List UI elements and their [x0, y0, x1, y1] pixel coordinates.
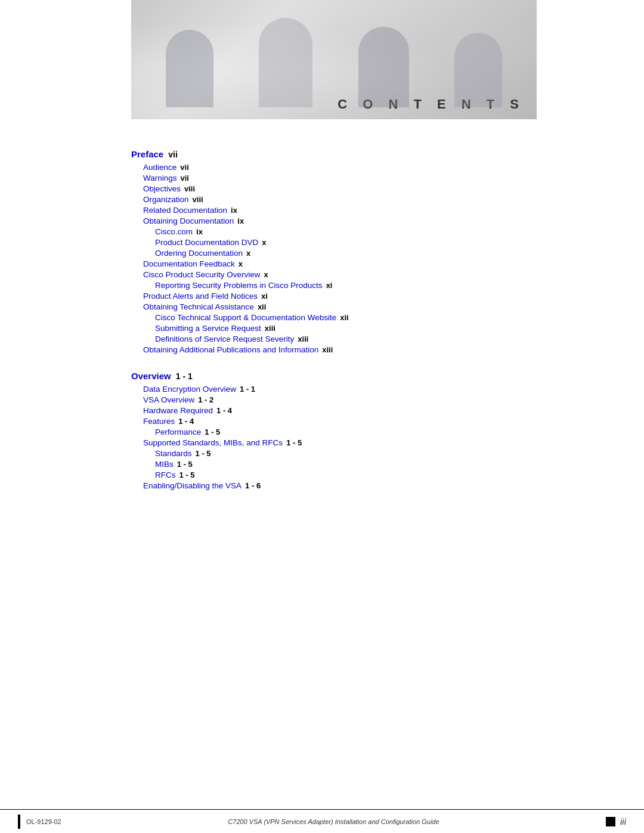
- toc-entry-cisco-com[interactable]: Cisco.com ix: [131, 227, 513, 236]
- entry-label: Related Documentation: [143, 206, 227, 215]
- entry-label: RFCs: [155, 470, 176, 479]
- footer-left: OL-9129-02: [18, 815, 61, 829]
- entry-page: xi: [261, 292, 268, 301]
- entry-page: xi: [326, 281, 333, 290]
- entry-label: Warnings: [143, 174, 177, 182]
- entry-label: Objectives: [143, 184, 181, 193]
- entry-label: Enabling/Disabling the VSA: [143, 481, 242, 490]
- entry-label: MIBs: [155, 460, 174, 469]
- entry-page: xii: [340, 313, 348, 322]
- toc-entry-cisco-security-overview[interactable]: Cisco Product Security Overview x: [131, 270, 513, 279]
- entry-label: Supported Standards, MIBs, and RFCs: [143, 438, 283, 447]
- entry-label: Product Alerts and Field Notices: [143, 292, 258, 301]
- footer-block-decoration: [606, 817, 615, 826]
- entry-page: 1 - 1: [240, 385, 255, 394]
- entry-page: 1 - 6: [245, 481, 261, 490]
- header-image: C O N T E N T S: [131, 0, 537, 119]
- entry-label: Cisco Product Security Overview: [143, 270, 261, 279]
- entry-page: ix: [196, 227, 203, 236]
- footer-title: C7200 VSA (VPN Services Adapter) Install…: [228, 818, 439, 825]
- toc-entry-obtaining-additional[interactable]: Obtaining Additional Publications and In…: [131, 345, 513, 354]
- toc-section-preface[interactable]: Preface vii: [131, 149, 513, 159]
- toc-entry-obtaining-documentation[interactable]: Obtaining Documentation ix: [131, 216, 513, 225]
- doc-number: OL-9129-02: [26, 818, 61, 825]
- entry-label: Ordering Documentation: [155, 249, 243, 258]
- toc-entry-ordering-documentation[interactable]: Ordering Documentation x: [131, 249, 513, 258]
- toc-entry-features[interactable]: Features 1 - 4: [131, 417, 513, 426]
- toc-entry-audience[interactable]: Audience vii: [131, 163, 513, 172]
- entry-page: vii: [181, 174, 189, 182]
- toc-entry-cisco-tech-support[interactable]: Cisco Technical Support & Documentation …: [131, 313, 513, 322]
- toc-entry-organization[interactable]: Organization viii: [131, 195, 513, 204]
- entry-label: Performance: [155, 428, 201, 436]
- entry-page: 1 - 4: [178, 417, 194, 426]
- toc-entry-product-dvd[interactable]: Product Documentation DVD x: [131, 238, 513, 247]
- toc-entry-vsa-overview[interactable]: VSA Overview 1 - 2: [131, 395, 513, 404]
- preface-label: Preface: [131, 149, 163, 159]
- toc-entry-data-encryption[interactable]: Data Encryption Overview 1 - 1: [131, 385, 513, 394]
- entry-label: VSA Overview: [143, 395, 194, 404]
- entry-label: Obtaining Additional Publications and In…: [143, 345, 318, 354]
- toc-entry-submitting-service[interactable]: Submitting a Service Request xiii: [131, 324, 513, 333]
- entry-page: 1 - 5: [205, 428, 220, 436]
- overview-page: 1 - 1: [176, 371, 193, 381]
- toc-entry-obtaining-technical[interactable]: Obtaining Technical Assistance xii: [131, 302, 513, 311]
- entry-page: 1 - 2: [198, 395, 213, 404]
- entry-label: Standards: [155, 449, 192, 458]
- toc-entry-supported-standards[interactable]: Supported Standards, MIBs, and RFCs 1 - …: [131, 438, 513, 447]
- entry-label: Features: [143, 417, 175, 426]
- preface-page: vii: [168, 150, 178, 159]
- toc-entry-rfcs[interactable]: RFCs 1 - 5: [131, 470, 513, 479]
- entry-label: Obtaining Technical Assistance: [143, 302, 254, 311]
- entry-page: ix: [231, 206, 237, 215]
- entry-label: Documentation Feedback: [143, 259, 235, 268]
- toc-entry-related-documentation[interactable]: Related Documentation ix: [131, 206, 513, 215]
- footer-bar-decoration: [18, 815, 20, 829]
- entry-page: 1 - 5: [196, 449, 211, 458]
- toc-entry-enabling-disabling[interactable]: Enabling/Disabling the VSA 1 - 6: [131, 481, 513, 490]
- toc-entry-standards[interactable]: Standards 1 - 5: [131, 449, 513, 458]
- toc-entry-documentation-feedback[interactable]: Documentation Feedback x: [131, 259, 513, 268]
- entry-label: Organization: [143, 195, 189, 204]
- entry-label: Definitions of Service Request Severity: [155, 335, 294, 343]
- toc-entry-reporting-security[interactable]: Reporting Security Problems in Cisco Pro…: [131, 281, 513, 290]
- entry-page: x: [239, 259, 243, 268]
- toc-entry-performance[interactable]: Performance 1 - 5: [131, 428, 513, 436]
- entry-page: xiii: [322, 345, 333, 354]
- entry-page: xiii: [265, 324, 275, 333]
- page-footer: OL-9129-02 C7200 VSA (VPN Services Adapt…: [0, 809, 644, 833]
- entry-page: 1 - 5: [286, 438, 302, 447]
- toc-entry-warnings[interactable]: Warnings vii: [131, 174, 513, 182]
- entry-page: viii: [184, 184, 195, 193]
- entry-page: x: [264, 270, 268, 279]
- entry-page: ix: [237, 216, 244, 225]
- entry-label: Hardware Required: [143, 406, 213, 415]
- entry-page: x: [246, 249, 250, 258]
- entry-label: Cisco Technical Support & Documentation …: [155, 313, 336, 322]
- toc-entry-definitions-severity[interactable]: Definitions of Service Request Severity …: [131, 335, 513, 343]
- entry-page: vii: [180, 163, 188, 172]
- page-number: iii: [620, 816, 626, 826]
- entry-label: Product Documentation DVD: [155, 238, 258, 247]
- toc-content: Preface vii Audience vii Warnings vii Ob…: [0, 119, 644, 526]
- entry-label: Obtaining Documentation: [143, 216, 234, 225]
- overview-label: Overview: [131, 371, 171, 381]
- footer-right: iii: [606, 816, 626, 826]
- entry-label: Reporting Security Problems in Cisco Pro…: [155, 281, 323, 290]
- toc-entry-product-alerts[interactable]: Product Alerts and Field Notices xi: [131, 292, 513, 301]
- entry-page: 1 - 5: [177, 460, 193, 469]
- toc-entry-mibs[interactable]: MIBs 1 - 5: [131, 460, 513, 469]
- entry-label: Submitting a Service Request: [155, 324, 261, 333]
- toc-entry-hardware-required[interactable]: Hardware Required 1 - 4: [131, 406, 513, 415]
- entry-page: 1 - 5: [179, 470, 195, 479]
- entry-page: xii: [258, 302, 266, 311]
- entry-page: xiii: [298, 335, 308, 343]
- entry-label: Cisco.com: [155, 227, 193, 236]
- entry-label: Data Encryption Overview: [143, 385, 236, 394]
- entry-page: viii: [193, 195, 203, 204]
- entry-label: Audience: [143, 163, 177, 172]
- toc-entry-objectives[interactable]: Objectives viii: [131, 184, 513, 193]
- toc-section-overview[interactable]: Overview 1 - 1: [131, 371, 513, 381]
- entry-page: 1 - 4: [216, 406, 232, 415]
- entry-page: x: [262, 238, 266, 247]
